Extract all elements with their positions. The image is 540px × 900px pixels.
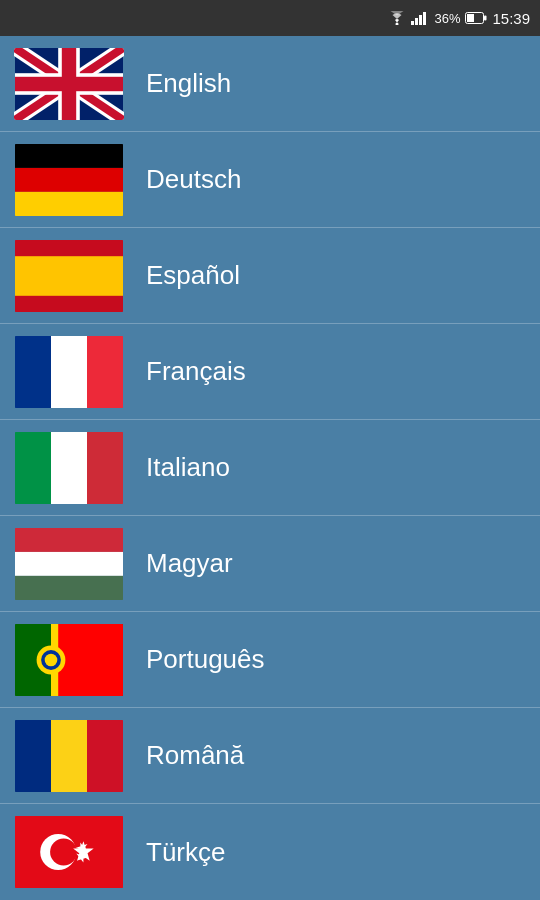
flag-it [14, 432, 124, 504]
status-time: 15:39 [492, 10, 530, 27]
language-name-en: English [146, 68, 231, 99]
svg-rect-7 [484, 16, 487, 21]
language-item-pt[interactable]: Português [0, 612, 540, 708]
svg-rect-1 [411, 21, 414, 25]
svg-rect-4 [423, 12, 426, 25]
language-item-hu[interactable]: Magyar [0, 516, 540, 612]
svg-rect-39 [87, 720, 123, 792]
language-item-en[interactable]: English [0, 36, 540, 132]
language-name-it: Italiano [146, 452, 230, 483]
language-name-tr: Türkçe [146, 837, 225, 868]
svg-rect-3 [419, 15, 422, 25]
language-item-tr[interactable]: Türkçe [0, 804, 540, 900]
language-list: English Deutsch Español [0, 36, 540, 900]
language-name-de: Deutsch [146, 164, 241, 195]
svg-rect-24 [87, 336, 123, 408]
svg-rect-38 [51, 720, 87, 792]
battery-icon [465, 12, 487, 24]
language-item-ro[interactable]: Română [0, 708, 540, 804]
language-item-fr[interactable]: Français [0, 324, 540, 420]
language-name-fr: Français [146, 356, 246, 387]
svg-rect-30 [15, 575, 123, 599]
svg-rect-18 [15, 167, 123, 191]
flag-es [14, 240, 124, 312]
svg-point-36 [45, 653, 58, 666]
language-item-es[interactable]: Español [0, 228, 540, 324]
flag-ro [14, 720, 124, 792]
language-item-it[interactable]: Italiano [0, 420, 540, 516]
flag-fr [14, 336, 124, 408]
svg-rect-22 [15, 336, 51, 408]
language-name-ro: Română [146, 740, 244, 771]
svg-rect-37 [15, 720, 51, 792]
flag-de [14, 144, 124, 216]
svg-point-0 [396, 23, 399, 26]
svg-rect-28 [15, 528, 123, 552]
flag-hu [14, 528, 124, 600]
flag-uk [14, 48, 124, 120]
language-name-es: Español [146, 260, 240, 291]
svg-rect-17 [15, 144, 123, 168]
flag-tr [14, 816, 124, 888]
svg-rect-23 [51, 336, 87, 408]
language-name-pt: Português [146, 644, 265, 675]
svg-point-42 [50, 839, 77, 866]
flag-pt [14, 624, 124, 696]
wifi-icon [388, 11, 406, 25]
svg-rect-27 [87, 432, 123, 504]
battery-percentage: 36% [434, 11, 460, 26]
svg-rect-25 [15, 432, 51, 504]
svg-rect-2 [415, 18, 418, 25]
svg-rect-19 [15, 191, 123, 215]
svg-rect-6 [467, 14, 474, 22]
svg-rect-21 [15, 256, 123, 296]
svg-rect-26 [51, 432, 87, 504]
language-item-de[interactable]: Deutsch [0, 132, 540, 228]
status-bar: 36% 15:39 [0, 0, 540, 36]
language-name-hu: Magyar [146, 548, 233, 579]
svg-rect-16 [15, 76, 123, 90]
signal-icon [411, 11, 429, 25]
svg-rect-29 [15, 551, 123, 575]
